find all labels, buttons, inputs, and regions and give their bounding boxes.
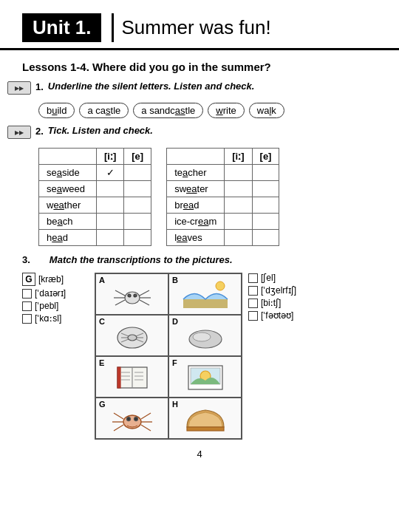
word-weather: weather [39,197,97,214]
check-seaweed-i[interactable] [97,181,124,197]
checkbox-shell[interactable] [248,273,258,283]
word-teacher: teacher [167,165,225,181]
pic-F: F [168,356,242,398]
ex3-number: 3. [22,254,30,265]
trans-castle: [ˈkɑːsl] [35,313,61,324]
exercise-1: ▶▶ 1. Underline the silent letters. List… [0,78,399,98]
check-sweater-e[interactable] [252,181,279,197]
trans-crab: [kræb] [38,274,64,284]
checkbox-castle[interactable] [22,314,32,324]
svg-point-17 [193,332,211,341]
check-head-e[interactable] [124,230,151,246]
word-build: build [38,103,75,118]
check-weather-i[interactable] [97,197,124,214]
section-title: Lessons 1-4. Where did you go in the sum… [0,53,399,78]
check-teacher-i[interactable] [225,165,252,181]
word-castle: a castle [79,103,129,118]
check-sweater-i[interactable] [225,181,252,197]
check-leaves-e[interactable] [252,230,279,246]
ex3-content: G [kræb] [ˈdaɪərɪ] [ˈpebl] [ˈkɑːsl] A [22,273,389,440]
unit-box: Unit 1. [22,13,101,42]
col-word-left [39,149,97,165]
check-weather-e[interactable] [124,197,151,214]
checkbox-jellyfish[interactable] [248,286,258,296]
svg-line-33 [114,425,123,431]
svg-line-36 [141,425,151,431]
checkbox-beach-trans[interactable] [248,299,258,308]
checkbox-photo[interactable] [248,311,258,321]
check-teacher-e[interactable] [252,165,279,181]
ex2-instruction: Tick. Listen and check. [48,125,153,136]
pic-A: A [95,273,168,315]
pic-C: C [95,315,168,356]
svg-line-3 [115,300,125,305]
transcription-jellyfish: [ˈdʒelrfɪʃ] [248,285,315,296]
check-seaside-i[interactable]: ✓ [97,165,124,181]
exercise-2: ▶▶ 2. Tick. Listen and check. [0,122,399,142]
word-sandcastle: a sandcastle [133,103,203,118]
transcription-beach: [biːtʃ] [248,298,315,308]
ex1-instruction: Underline the silent letters. Listen and… [48,81,255,92]
trans-shell: [ʃel] [261,273,276,283]
svg-point-30 [123,415,141,429]
word-walk: walk [249,103,284,118]
unit-title: Summer was fun! [112,13,270,42]
ex2-number: 2. [35,126,44,137]
transcription-photo: [ˈfəʊtəʊ] [248,310,315,321]
word-seaweed: seaweed [39,181,97,197]
check-beach-i[interactable] [97,214,124,230]
transcription-shell: [ʃel] [248,273,315,283]
tape-icon-2: ▶▶ [7,126,31,139]
checkbox-diary[interactable] [22,289,32,299]
pic-H: H [168,398,242,439]
col-i-right: [iː] [225,149,252,165]
transcription-pebble: [ˈpebl] [22,301,89,311]
table-row: weather bread [39,197,279,214]
checkbox-pebble[interactable] [22,301,32,311]
check-bread-e[interactable] [252,197,279,214]
svg-point-7 [128,294,131,297]
check-head-i[interactable] [97,230,124,246]
word-sweater: sweater [167,181,225,197]
svg-point-38 [134,417,137,421]
trans-photo: [ˈfəʊtəʊ] [261,310,293,321]
trans-beach: [biːtʃ] [261,298,281,308]
svg-line-31 [114,413,123,419]
check-icecream-i[interactable] [225,214,252,230]
svg-rect-40 [187,427,224,431]
word-leaves: leaves [167,230,225,246]
word-write: write [208,103,244,118]
col-e-left: [e] [124,149,151,165]
check-seaweed-e[interactable] [124,181,151,197]
check-bread-i[interactable] [225,197,252,214]
svg-point-15 [128,335,137,341]
exercise-3: 3. Match the transcriptions to the pictu… [0,250,399,443]
check-icecream-e[interactable] [252,214,279,230]
tape-icon-1: ▶▶ [7,81,31,95]
listen-table: [iː] [e] [iː] [e] seaside ✓ teacher seaw… [38,148,279,246]
svg-point-10 [216,282,225,290]
page-header: Unit 1. Summer was fun! [0,0,399,50]
table-row: beach ice-cream [39,214,279,230]
col-e-right: [e] [252,149,279,165]
check-seaside-e[interactable] [124,165,151,181]
word-icecream: ice-cream [167,214,225,230]
check-leaves-i[interactable] [225,230,252,246]
trans-diary: [ˈdaɪərɪ] [35,288,66,299]
transcription-castle: [ˈkɑːsl] [22,313,89,324]
unit-label: Unit 1. [33,16,91,39]
word-bread: bread [167,197,225,214]
svg-line-34 [141,413,151,419]
pic-G: G [95,398,168,439]
trans-jellyfish: [ˈdʒelrfɪʃ] [261,285,296,296]
svg-line-6 [140,300,149,305]
ex1-words: build a castle a sandcastle write walk [0,99,399,122]
svg-rect-9 [183,299,228,308]
col-word-right [167,149,225,165]
transcription-crab: G [kræb] [22,273,89,286]
check-beach-e[interactable] [124,214,151,230]
col-spacer [151,149,167,165]
word-head: head [39,230,97,246]
table-row: head leaves [39,230,279,246]
svg-line-1 [115,290,125,296]
